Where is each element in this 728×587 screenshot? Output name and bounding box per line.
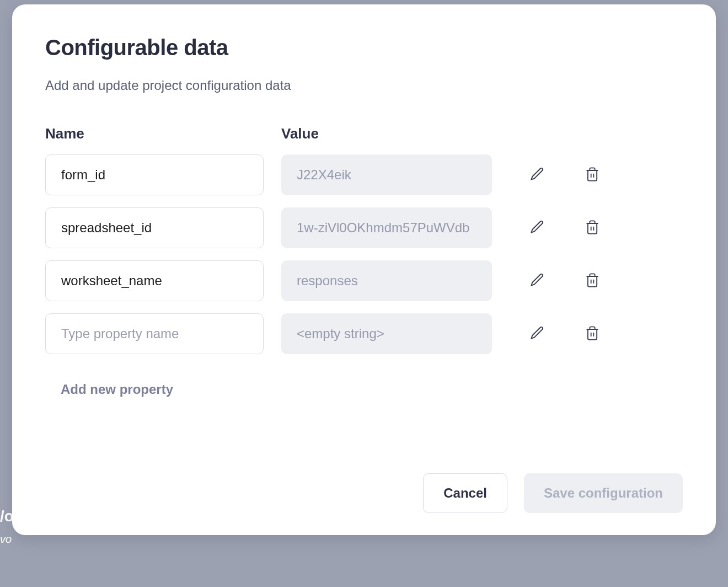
delete-button[interactable] (581, 216, 603, 240)
pencil-icon (529, 167, 545, 184)
trash-icon (585, 325, 600, 343)
edit-button[interactable] (526, 269, 548, 293)
property-name-input[interactable] (45, 207, 264, 248)
edit-button[interactable] (526, 163, 548, 187)
configurable-data-modal: Configurable data Add and update project… (12, 4, 716, 535)
property-name-input[interactable] (45, 154, 264, 195)
modal-footer: Cancel Save configuration (45, 451, 683, 513)
trash-icon (585, 220, 600, 237)
property-value-display: <empty string> (281, 313, 492, 354)
row-actions (510, 216, 683, 240)
edit-button[interactable] (526, 322, 548, 346)
modal-title: Configurable data (45, 35, 683, 60)
property-value-display: J22X4eik (281, 154, 492, 195)
add-new-property-button[interactable]: Add new property (61, 382, 683, 397)
trash-icon (585, 273, 600, 290)
row-actions (510, 269, 683, 293)
delete-button[interactable] (581, 322, 603, 346)
property-row: responses (45, 260, 683, 301)
save-configuration-button[interactable]: Save configuration (524, 473, 683, 513)
property-row: <empty string> (45, 313, 683, 354)
property-row: 1w-ziVl0OKhmdm57PuWVdb (45, 207, 683, 248)
property-name-input[interactable] (45, 260, 264, 301)
pencil-icon (529, 325, 545, 343)
row-actions (510, 163, 683, 187)
trash-icon (585, 167, 600, 184)
edit-button[interactable] (526, 216, 548, 240)
pencil-icon (529, 220, 545, 237)
delete-button[interactable] (581, 163, 603, 187)
property-value-display: responses (281, 260, 492, 301)
modal-subtitle: Add and update project configuration dat… (45, 78, 683, 93)
backdrop-line2: vo (0, 533, 12, 545)
delete-button[interactable] (581, 269, 603, 293)
column-header-value: Value (281, 125, 492, 142)
cancel-button[interactable]: Cancel (423, 473, 507, 513)
pencil-icon (529, 273, 545, 290)
table-header-row: Name Value (45, 125, 683, 142)
property-name-input[interactable] (45, 313, 264, 354)
property-row: J22X4eik (45, 154, 683, 195)
column-header-name: Name (45, 125, 264, 142)
row-actions (510, 322, 683, 346)
property-value-display: 1w-ziVl0OKhmdm57PuWVdb (281, 207, 492, 248)
